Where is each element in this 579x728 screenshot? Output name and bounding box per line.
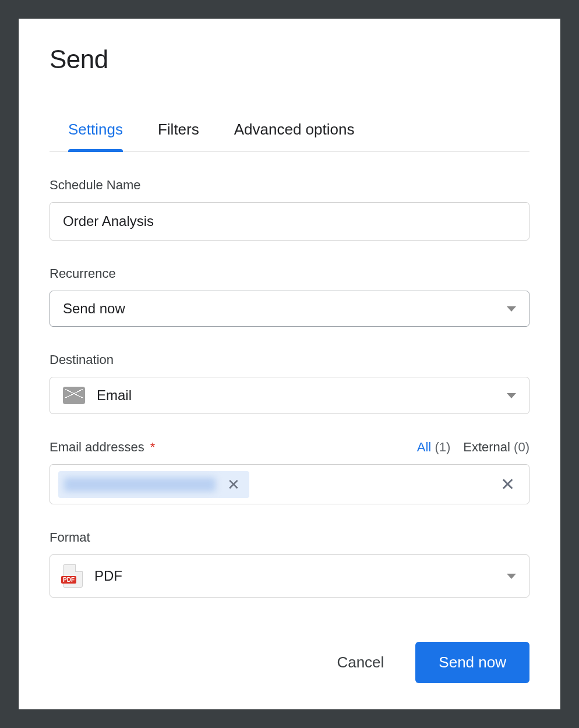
label-text: Schedule Name — [50, 178, 141, 193]
email-addresses-label-row: Email addresses * All (1) External (0) — [50, 440, 529, 455]
caret-down-icon — [507, 574, 516, 579]
label-text: Destination — [50, 352, 114, 367]
schedule-name-input[interactable] — [50, 202, 529, 241]
label-text: Format — [50, 530, 90, 545]
format-label: Format — [50, 530, 529, 545]
destination-value: Email — [97, 387, 132, 404]
email-count-all[interactable]: All (1) — [417, 440, 450, 455]
format-select[interactable]: PDF — [50, 554, 529, 598]
destination-group: Destination Email — [50, 352, 529, 414]
send-dialog: Send Settings Filters Advanced options S… — [19, 19, 560, 709]
schedule-name-group: Schedule Name — [50, 178, 529, 241]
label-wrap: Email addresses * — [50, 440, 155, 455]
cancel-button[interactable]: Cancel — [333, 653, 387, 672]
email-count-external[interactable]: External (0) — [463, 440, 529, 455]
all-count: (1) — [435, 440, 450, 454]
recurrence-select[interactable]: Send now — [50, 291, 529, 327]
email-chip: ✕ — [58, 471, 249, 498]
recurrence-value: Send now — [63, 301, 125, 317]
clear-all-emails-icon[interactable]: ✕ — [495, 471, 521, 498]
label-text: Recurrence — [50, 266, 116, 281]
send-now-button[interactable]: Send now — [415, 642, 529, 683]
email-count-tabs: All (1) External (0) — [417, 440, 529, 455]
tab-filters[interactable]: Filters — [158, 121, 199, 151]
recurrence-label: Recurrence — [50, 266, 529, 281]
caret-down-icon — [507, 393, 516, 398]
external-count: (0) — [514, 440, 529, 454]
email-addresses-input[interactable]: ✕ ✕ — [50, 464, 529, 504]
email-chip-text-redacted — [64, 478, 216, 492]
format-value: PDF — [94, 568, 122, 584]
format-group: Format PDF — [50, 530, 529, 598]
email-icon — [63, 387, 85, 404]
external-label: External — [463, 440, 510, 454]
tab-advanced-options[interactable]: Advanced options — [234, 121, 355, 151]
label-text: Email addresses — [50, 440, 144, 454]
tab-settings[interactable]: Settings — [68, 121, 123, 151]
destination-select[interactable]: Email — [50, 377, 529, 414]
dialog-title: Send — [50, 45, 529, 74]
destination-label: Destination — [50, 352, 529, 367]
pdf-icon — [63, 564, 83, 588]
email-addresses-group: Email addresses * All (1) External (0) ✕… — [50, 440, 529, 504]
caret-down-icon — [507, 306, 516, 312]
tab-bar: Settings Filters Advanced options — [50, 121, 529, 152]
remove-chip-icon[interactable]: ✕ — [224, 476, 243, 493]
all-label: All — [417, 440, 431, 454]
dialog-footer: Cancel Send now — [333, 642, 529, 683]
required-asterisk: * — [150, 440, 156, 454]
schedule-name-label: Schedule Name — [50, 178, 529, 193]
recurrence-group: Recurrence Send now — [50, 266, 529, 327]
